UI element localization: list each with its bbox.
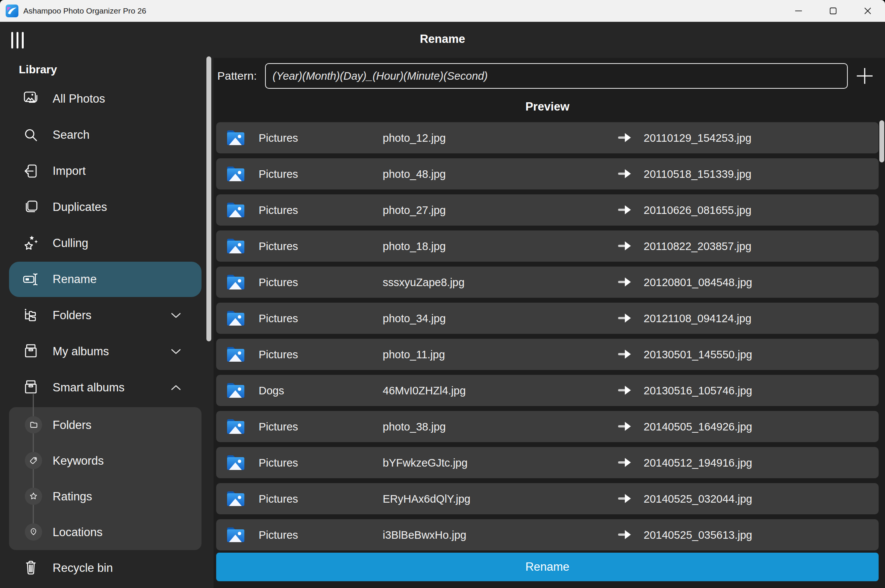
preview-row[interactable]: Pictures i3BlBeBwxHo.jpg 20140525_035613… bbox=[216, 519, 879, 550]
folder-icon bbox=[225, 344, 246, 365]
row-original-name: photo_18.jpg bbox=[383, 240, 446, 252]
preview-list: Pictures photo_12.jpg 20110129_154253.jp… bbox=[216, 122, 879, 551]
sidebar-item-folders[interactable]: Folders bbox=[0, 297, 214, 333]
sidebar-item-culling[interactable]: Culling bbox=[0, 225, 214, 261]
row-original-name: bYFwkzeGJtc.jpg bbox=[383, 456, 468, 469]
arrow-right-icon bbox=[617, 312, 632, 324]
sidebar-subitem-keywords[interactable]: Keywords bbox=[9, 443, 202, 479]
folder-icon bbox=[225, 163, 246, 184]
row-folder-name: Pictures bbox=[259, 420, 298, 433]
sidebar-item-import[interactable]: Import bbox=[0, 153, 214, 189]
sidebar-subitem-folders[interactable]: Folders bbox=[9, 407, 202, 443]
folder-icon bbox=[225, 235, 246, 256]
arrow-right-icon bbox=[617, 131, 632, 144]
sidebar-item-label: All Photos bbox=[53, 92, 105, 106]
row-renamed-name: 20110518_151339.jpg bbox=[644, 168, 752, 180]
pattern-input[interactable] bbox=[265, 63, 848, 89]
row-folder-name: Pictures bbox=[259, 312, 298, 324]
row-folder-name: Pictures bbox=[259, 168, 298, 180]
window-controls bbox=[781, 0, 885, 22]
row-renamed-name: 20140512_194916.jpg bbox=[644, 456, 752, 469]
folder-icon bbox=[25, 416, 42, 433]
sidebar-subitem-ratings[interactable]: Ratings bbox=[9, 479, 202, 514]
arrow-right-icon bbox=[617, 167, 632, 180]
row-original-name: sssxyuZape8.jpg bbox=[383, 276, 465, 288]
preview-row[interactable]: Pictures photo_38.jpg 20140505_164926.jp… bbox=[216, 411, 879, 442]
arrow-right-icon bbox=[617, 492, 632, 505]
maximize-button[interactable] bbox=[816, 0, 850, 22]
rename-button[interactable]: Rename bbox=[216, 553, 879, 581]
sidebar-subitem-locations[interactable]: Locations bbox=[9, 514, 202, 550]
sidebar-item-label: Duplicates bbox=[53, 200, 107, 214]
sidebar-subitem-label: Locations bbox=[53, 526, 103, 539]
folder-icon bbox=[225, 271, 246, 292]
all-photos-icon bbox=[22, 90, 40, 108]
duplicates-icon bbox=[22, 198, 40, 216]
folder-icon bbox=[225, 199, 246, 220]
preview-row[interactable]: Pictures sssxyuZape8.jpg 20120801_084548… bbox=[216, 267, 879, 298]
preview-row[interactable]: Dogs 46MvI0ZHZl4.jpg 20130516_105746.jpg bbox=[216, 375, 879, 406]
smart-albums-list: Folders Keywords Ratings Locations bbox=[9, 407, 202, 550]
culling-icon bbox=[22, 234, 40, 252]
close-button[interactable] bbox=[850, 0, 885, 22]
location-pin-icon bbox=[25, 523, 42, 541]
sidebar-item-label: My albums bbox=[53, 345, 109, 358]
row-renamed-name: 20110822_203857.jpg bbox=[644, 240, 752, 252]
arrow-right-icon bbox=[617, 420, 632, 433]
app-window: Ashampoo Photo Organizer Pro 26 Rename L… bbox=[0, 0, 885, 588]
row-renamed-name: 20140505_164926.jpg bbox=[644, 420, 752, 433]
sidebar-item-search[interactable]: Search bbox=[0, 117, 214, 153]
folder-icon bbox=[225, 524, 246, 545]
window-title: Ashampoo Photo Organizer Pro 26 bbox=[23, 6, 146, 15]
row-original-name: photo_38.jpg bbox=[383, 420, 446, 433]
row-renamed-name: 20120801_084548.jpg bbox=[644, 276, 752, 288]
sidebar-item-label: Folders bbox=[53, 309, 91, 322]
preview-row[interactable]: Pictures ERyHAx6dQlY.jpg 20140525_032044… bbox=[216, 483, 879, 514]
chevron-up-icon bbox=[169, 383, 183, 392]
folder-icon bbox=[225, 416, 246, 437]
sidebar-scrollbar-thumb[interactable] bbox=[206, 56, 211, 341]
add-pattern-button[interactable] bbox=[856, 67, 874, 85]
albums-icon bbox=[22, 379, 40, 397]
sidebar-item-my-albums[interactable]: My albums bbox=[0, 333, 214, 370]
menu-toggle-button[interactable] bbox=[11, 32, 24, 48]
row-renamed-name: 20110626_081655.jpg bbox=[644, 204, 752, 216]
row-folder-name: Pictures bbox=[259, 529, 298, 541]
row-folder-name: Pictures bbox=[259, 204, 298, 216]
row-folder-name: Pictures bbox=[259, 276, 298, 288]
arrow-right-icon bbox=[617, 276, 632, 288]
import-icon bbox=[22, 162, 40, 180]
arrow-right-icon bbox=[617, 348, 632, 361]
preview-row[interactable]: Pictures photo_11.jpg 20130501_145550.jp… bbox=[216, 339, 879, 370]
folder-icon bbox=[225, 452, 246, 473]
arrow-right-icon bbox=[617, 456, 632, 469]
sidebar-item-label: Smart albums bbox=[53, 381, 124, 394]
preview-row[interactable]: Pictures bYFwkzeGJtc.jpg 20140512_194916… bbox=[216, 447, 879, 478]
sidebar-item-smart-albums[interactable]: Smart albums bbox=[0, 370, 214, 406]
sidebar-item-recycle-bin[interactable]: Recycle bin bbox=[0, 550, 214, 586]
preview-row[interactable]: Pictures photo_27.jpg 20110626_081655.jp… bbox=[216, 194, 879, 226]
row-original-name: photo_11.jpg bbox=[383, 348, 445, 361]
rename-icon bbox=[22, 270, 40, 288]
star-icon bbox=[25, 488, 42, 505]
sidebar: Library All Photos Search Import Duplica… bbox=[0, 22, 214, 588]
preview-row[interactable]: Pictures photo_12.jpg 20110129_154253.jp… bbox=[216, 122, 879, 153]
minimize-button[interactable] bbox=[781, 0, 816, 22]
preview-row[interactable]: Pictures photo_48.jpg 20110518_151339.jp… bbox=[216, 158, 879, 189]
sidebar-item-rename[interactable]: Rename bbox=[0, 261, 214, 297]
sidebar-item-all-photos[interactable]: All Photos bbox=[0, 81, 214, 117]
preview-row[interactable]: Pictures photo_34.jpg 20121108_094124.jp… bbox=[216, 303, 879, 334]
folder-icon bbox=[225, 488, 246, 509]
row-folder-name: Dogs bbox=[259, 384, 284, 397]
chevron-down-icon bbox=[169, 311, 183, 320]
tag-icon bbox=[25, 452, 42, 469]
preview-row[interactable]: Pictures photo_18.jpg 20110822_203857.jp… bbox=[216, 230, 879, 262]
row-original-name: i3BlBeBwxHo.jpg bbox=[383, 529, 466, 541]
sidebar-item-label: Import bbox=[53, 164, 86, 178]
sidebar-item-label: Recycle bin bbox=[53, 561, 113, 575]
row-renamed-name: 20130501_145550.jpg bbox=[644, 348, 752, 361]
sidebar-item-duplicates[interactable]: Duplicates bbox=[0, 189, 214, 225]
row-original-name: 46MvI0ZHZl4.jpg bbox=[383, 384, 466, 397]
list-scrollbar-thumb[interactable] bbox=[879, 120, 884, 162]
row-renamed-name: 20121108_094124.jpg bbox=[644, 312, 752, 324]
